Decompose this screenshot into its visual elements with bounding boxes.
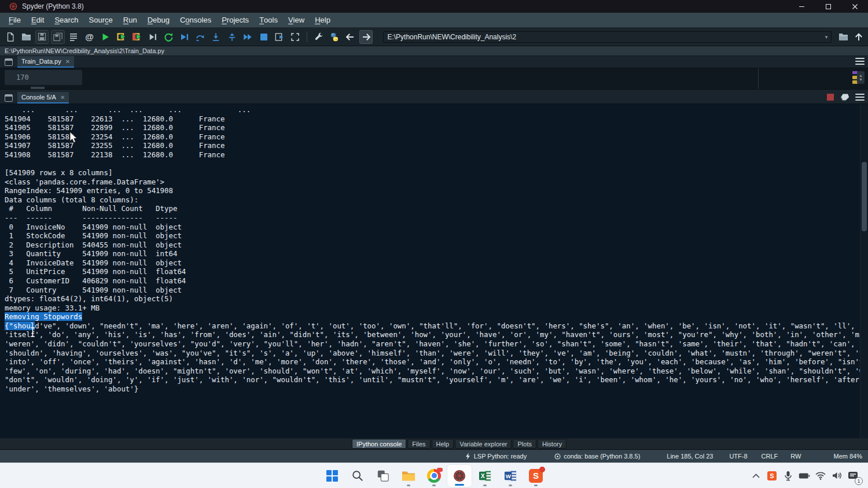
- back-icon[interactable]: [344, 30, 357, 44]
- run-selection-icon[interactable]: [146, 30, 159, 44]
- console-tab[interactable]: Console 5/A ✕: [17, 92, 69, 103]
- console-line: [541909 rows x 8 columns]: [5, 168, 868, 178]
- tab-variable-explorer[interactable]: Variable explorer: [455, 439, 512, 449]
- spyder-icon: [453, 469, 466, 483]
- editor-pane[interactable]: 170 ▲▼: [0, 68, 868, 90]
- speaker-icon[interactable]: [831, 469, 843, 483]
- tab-history[interactable]: History: [538, 439, 567, 449]
- menu-debug[interactable]: Debug: [142, 13, 175, 27]
- run-cell-icon[interactable]: [115, 30, 128, 44]
- console-line: 5 UnitPrice 541909 non-null float64: [5, 267, 868, 276]
- console-line: 'weren', 'didn', "couldn't", 'yourselves…: [5, 339, 868, 349]
- tray-s-icon[interactable]: S: [766, 469, 778, 483]
- menu-source[interactable]: Source: [84, 13, 118, 27]
- run-file-icon[interactable]: [98, 30, 112, 44]
- s-app-button[interactable]: S: [523, 464, 549, 487]
- restart-kernel-icon[interactable]: [162, 30, 175, 44]
- step-into-icon[interactable]: [209, 30, 223, 44]
- excel-icon: X: [479, 469, 492, 482]
- menu-file[interactable]: File: [3, 13, 26, 27]
- tab-plots[interactable]: Plots: [513, 439, 536, 449]
- stop-debug-icon[interactable]: [257, 30, 270, 44]
- notification-badge: 1: [855, 477, 863, 485]
- at-symbol-icon[interactable]: @: [83, 30, 96, 44]
- menu-search[interactable]: Search: [49, 13, 83, 27]
- minimize-button[interactable]: [788, 0, 815, 13]
- file-explorer-button[interactable]: [396, 464, 421, 487]
- console-line: 541908 581587 22138 ... 12680.0 France: [5, 150, 868, 160]
- console-line: 541906 581587 23254 ... 12680.0 France: [5, 132, 868, 142]
- start-button[interactable]: [319, 464, 345, 487]
- step-over-icon[interactable]: [193, 30, 207, 44]
- editor-options-menu-icon[interactable]: [855, 58, 865, 65]
- menu-edit[interactable]: Edit: [26, 13, 49, 27]
- maximize-pane-icon[interactable]: [289, 30, 302, 44]
- menu-bar: FileEditSearchSourceRunDebugConsolesProj…: [0, 13, 868, 28]
- clear-console-icon[interactable]: [840, 93, 849, 101]
- console-output[interactable]: ... ... ... ... ... ...541904 581587 226…: [0, 104, 868, 394]
- editor-pane-icon[interactable]: [5, 58, 13, 66]
- console-line: dtypes: float64(2), int64(1), object(5): [5, 294, 868, 304]
- preferences-wrench-icon[interactable]: [312, 30, 325, 44]
- console-scrollbar[interactable]: [860, 104, 868, 438]
- editor-tab-close-icon[interactable]: ✕: [65, 58, 70, 65]
- editor-tab[interactable]: Train_Data.py ✕: [17, 56, 74, 68]
- debug-file-icon[interactable]: [178, 30, 191, 44]
- kernel-busy-icon: [827, 94, 834, 101]
- console-options-menu-icon[interactable]: [855, 94, 865, 101]
- cwd-dropdown-icon[interactable]: ▾: [825, 34, 828, 40]
- new-console-icon[interactable]: [273, 30, 286, 44]
- readwrite-status: RW: [790, 453, 801, 460]
- search-button[interactable]: [345, 464, 370, 487]
- rerun-cell-icon[interactable]: [130, 30, 144, 44]
- tab-help[interactable]: Help: [432, 439, 454, 449]
- console-output-area[interactable]: ... ... ... ... ... ...541904 581587 226…: [0, 104, 868, 438]
- save-all-icon[interactable]: [51, 30, 64, 44]
- task-view-button[interactable]: [370, 464, 396, 487]
- visible-line-number: 170: [16, 73, 29, 82]
- word-button[interactable]: W: [498, 464, 523, 487]
- word-icon: W: [504, 469, 517, 482]
- excel-button[interactable]: X: [472, 464, 498, 487]
- console-line: 541904 581587 22613 ... 12680.0 France: [5, 114, 868, 124]
- continue-icon[interactable]: [241, 30, 254, 44]
- console-scrollbar-thumb[interactable]: [862, 162, 867, 231]
- wifi-icon[interactable]: [815, 469, 826, 483]
- new-file-icon[interactable]: [3, 30, 17, 44]
- python-path-icon[interactable]: [328, 30, 341, 44]
- console-tab-bar: Console 5/A ✕: [0, 90, 868, 104]
- notification-icon[interactable]: 1: [847, 469, 859, 483]
- step-return-icon[interactable]: [225, 30, 238, 44]
- chrome-button[interactable]: [421, 464, 447, 487]
- console-line: RangeIndex: 541909 entries, 0 to 541908: [5, 186, 868, 195]
- save-file-icon[interactable]: [35, 30, 49, 44]
- console-tab-close-icon[interactable]: ✕: [60, 94, 65, 101]
- open-file-icon[interactable]: [19, 30, 32, 44]
- close-button[interactable]: [841, 0, 868, 13]
- menu-projects[interactable]: Projects: [216, 13, 254, 27]
- tab-ipython-console[interactable]: IPython console: [352, 439, 406, 449]
- battery-icon[interactable]: [799, 469, 810, 483]
- clipped-code-line: [31, 87, 45, 89]
- outline-explorer-icon[interactable]: [67, 30, 80, 44]
- menu-run[interactable]: Run: [118, 13, 142, 27]
- line-number-gutter: 170: [5, 70, 82, 85]
- menu-tools[interactable]: Tools: [254, 13, 283, 27]
- console-line: 541907 581587 23255 ... 12680.0 France: [5, 141, 868, 150]
- tray-chevron-icon[interactable]: [750, 469, 762, 483]
- microphone-icon[interactable]: [782, 469, 794, 483]
- working-directory-input[interactable]: E:\PythonRun\NEW\Credibility_Analysis\2 …: [383, 31, 832, 43]
- menu-view[interactable]: View: [283, 13, 310, 27]
- spyder-taskbar-button[interactable]: [447, 464, 472, 487]
- browse-folder-icon[interactable]: [836, 30, 849, 44]
- menu-help[interactable]: Help: [310, 13, 336, 27]
- conda-status-text: conda: base (Python 3.8.5): [564, 453, 640, 460]
- menu-consoles[interactable]: Consoles: [175, 13, 216, 27]
- scroll-flag-jump-widget[interactable]: ▲▼: [857, 71, 865, 84]
- console-line: --- ------ -------------- -----: [5, 213, 868, 223]
- forward-icon[interactable]: [359, 30, 373, 44]
- console-pane-icon[interactable]: [5, 94, 13, 102]
- maximize-button[interactable]: [815, 0, 841, 13]
- parent-folder-icon[interactable]: [852, 30, 866, 44]
- tab-files[interactable]: Files: [407, 439, 430, 449]
